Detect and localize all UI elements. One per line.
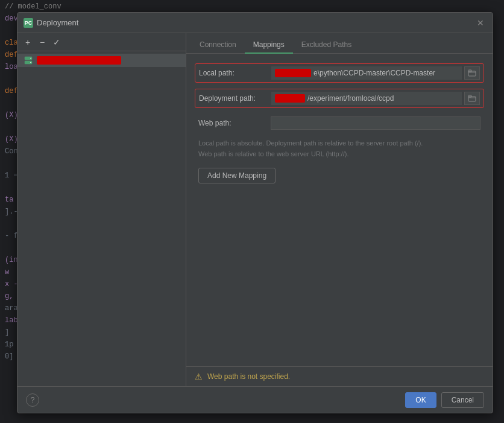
dialog-titlebar: PC Deployment ✕ bbox=[17, 13, 493, 33]
web-path-input[interactable] bbox=[271, 116, 480, 130]
web-path-row: Web path: bbox=[195, 114, 484, 132]
deployment-path-label: Deployment path: bbox=[199, 94, 271, 103]
svg-point-2 bbox=[30, 58, 31, 59]
deployment-icon: PC bbox=[24, 18, 33, 28]
dialog-footer: ? OK Cancel bbox=[17, 386, 493, 413]
web-path-label: Web path: bbox=[198, 119, 271, 127]
dialog-main: Connection Mappings Excluded Paths Local… bbox=[186, 33, 493, 386]
deployment-dialog: PC Deployment ✕ + − ✓ bbox=[17, 12, 493, 413]
edit-server-button[interactable]: ✓ bbox=[50, 36, 63, 49]
cancel-button[interactable]: Cancel bbox=[441, 392, 484, 408]
sidebar-tree bbox=[17, 51, 186, 386]
tab-mappings[interactable]: Mappings bbox=[245, 37, 293, 54]
dialog-title-left: PC Deployment bbox=[24, 18, 78, 28]
local-path-row: Local path: e\python\CCPD-master\CCPD-ma… bbox=[195, 63, 484, 83]
tab-connection[interactable]: Connection bbox=[191, 37, 245, 54]
local-path-redacted-prefix bbox=[275, 69, 311, 77]
dialog-title: Deployment bbox=[37, 18, 78, 27]
add-server-button[interactable]: + bbox=[21, 36, 34, 49]
help-button[interactable]: ? bbox=[26, 393, 39, 407]
close-button[interactable]: ✕ bbox=[474, 17, 487, 29]
dialog-body: + − ✓ bbox=[17, 33, 493, 386]
svg-point-3 bbox=[30, 62, 31, 63]
deployment-path-input-wrapper: /experiment/fromlocal/ccpd bbox=[271, 92, 462, 105]
ok-button[interactable]: OK bbox=[405, 392, 436, 408]
local-path-browse-button[interactable] bbox=[464, 66, 480, 80]
tabs-bar: Connection Mappings Excluded Paths bbox=[186, 33, 493, 54]
tree-item-server[interactable] bbox=[17, 54, 186, 67]
warning-text: Web path is not specified. bbox=[207, 372, 290, 381]
mappings-content: Local path: e\python\CCPD-master\CCPD-ma… bbox=[186, 54, 493, 366]
tab-excluded-paths[interactable]: Excluded Paths bbox=[293, 37, 360, 54]
local-path-input-wrapper: e\python\CCPD-master\CCPD-master bbox=[271, 66, 462, 80]
dialog-sidebar: + − ✓ bbox=[17, 33, 186, 386]
local-path-value-suffix: e\python\CCPD-master\CCPD-master bbox=[313, 69, 435, 77]
deployment-path-row: Deployment path: /experiment/fromlocal/c… bbox=[195, 89, 484, 108]
warning-bar: ⚠ Web path is not specified. bbox=[186, 366, 493, 386]
help-text: Local path is absolute. Deployment path … bbox=[195, 138, 484, 159]
add-new-mapping-button[interactable]: Add New Mapping bbox=[198, 168, 276, 183]
local-path-label: Local path: bbox=[199, 69, 271, 77]
remove-server-button[interactable]: − bbox=[36, 36, 49, 49]
deployment-path-browse-button[interactable] bbox=[464, 92, 480, 105]
warning-icon: ⚠ bbox=[195, 372, 203, 381]
help-line-1: Local path is absolute. Deployment path … bbox=[198, 138, 480, 149]
deployment-path-value-suffix: /experiment/fromlocal/ccpd bbox=[307, 94, 394, 103]
help-line-2: Web path is relative to the web server U… bbox=[198, 149, 480, 160]
deployment-path-redacted-prefix bbox=[275, 94, 305, 103]
server-icon bbox=[24, 56, 33, 65]
server-name-redacted bbox=[37, 56, 121, 65]
sidebar-toolbar: + − ✓ bbox=[17, 33, 186, 51]
